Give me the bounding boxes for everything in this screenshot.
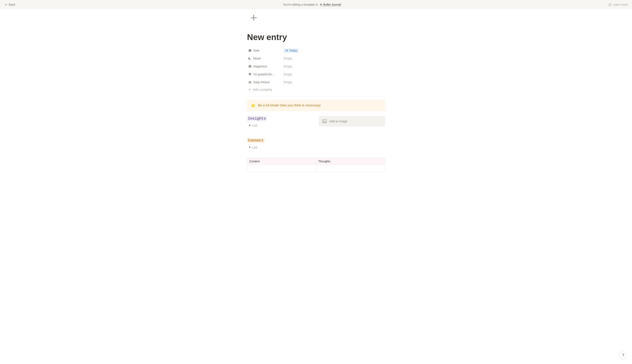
svg-rect-11	[323, 120, 326, 123]
calendar-icon	[248, 49, 252, 52]
page-title[interactable]: New entry	[247, 32, 385, 42]
property-row-grateful: I'm grateful for… Empty	[247, 71, 385, 78]
property-row-happiness: Happiness Empty	[247, 63, 385, 70]
template-link[interactable]: Bullet Journal	[320, 3, 341, 6]
plus-small-icon	[248, 88, 251, 91]
svg-point-12	[324, 121, 324, 121]
svg-rect-4	[286, 50, 288, 52]
property-label-date[interactable]: Date	[247, 48, 283, 53]
bullet-icon: •	[249, 145, 250, 150]
camera-icon	[248, 80, 252, 84]
insights-header[interactable]: Insights	[247, 116, 267, 121]
table-block: Content Thoughts	[247, 158, 385, 172]
callout-block[interactable]: ⭐ Be a bit kinder than you think is nece…	[247, 100, 385, 111]
property-value-date[interactable]: Today	[283, 48, 300, 54]
svg-rect-10	[250, 81, 251, 82]
image-icon	[322, 119, 327, 124]
date-pill: Today	[284, 48, 299, 52]
list-item[interactable]: • List	[247, 123, 313, 128]
question-mark-icon: ?	[622, 353, 624, 357]
learn-more-label: Learn more	[613, 3, 628, 6]
page-icon-add[interactable]: +	[246, 10, 261, 25]
property-row-mood: Mood Empty	[247, 55, 385, 62]
svg-point-0	[609, 3, 611, 6]
table-cell[interactable]	[247, 165, 316, 172]
property-label-picture[interactable]: Daily Picture	[247, 80, 283, 85]
divider	[247, 96, 385, 96]
list-item[interactable]: • List	[247, 145, 313, 150]
back-label: Back	[9, 3, 15, 6]
property-label-mood[interactable]: Mood	[247, 56, 283, 61]
left-column: Insights • List Connect • List	[247, 116, 313, 150]
property-value-mood[interactable]: Empty	[283, 56, 293, 61]
plus-large-icon: +	[250, 12, 257, 24]
add-image-block[interactable]: Add an image	[319, 116, 385, 126]
plus-icon	[320, 3, 322, 6]
callout-text: Be a bit kinder than you think is necess…	[258, 104, 321, 107]
property-row-picture: Daily Picture Empty	[247, 79, 385, 86]
property-label-happiness[interactable]: Happiness	[247, 64, 283, 69]
learn-more-button[interactable]: Learn more	[608, 3, 628, 6]
star-icon: ⭐	[251, 103, 255, 108]
add-property-button[interactable]: Add a property	[247, 86, 385, 92]
table-header-row: Content Thoughts	[247, 158, 385, 165]
property-row-date: Date Today	[247, 47, 385, 54]
help-button[interactable]: ?	[619, 352, 627, 359]
back-button[interactable]: Back	[4, 3, 15, 6]
svg-point-7	[250, 66, 251, 66]
connect-header[interactable]: Connect	[247, 138, 265, 143]
help-circle-icon	[608, 3, 611, 6]
moon-icon	[248, 57, 252, 60]
table-row	[247, 165, 385, 172]
property-label-grateful[interactable]: I'm grateful for…	[247, 72, 283, 77]
template-info: You're editing a template in Bullet Jour…	[283, 3, 341, 6]
editing-prefix: You're editing a template in	[283, 3, 318, 6]
table-header-thoughts[interactable]: Thoughts	[316, 158, 385, 165]
svg-point-1	[610, 5, 610, 6]
svg-point-6	[249, 66, 250, 66]
property-value-grateful[interactable]: Empty	[283, 72, 293, 77]
main-content: + New entry Date Today Mood Empty	[243, 10, 389, 172]
property-value-picture[interactable]: Empty	[283, 80, 293, 85]
bullet-icon: •	[249, 123, 250, 128]
svg-rect-3	[249, 50, 251, 50]
table-header-content[interactable]: Content	[247, 158, 316, 165]
property-value-happiness[interactable]: Empty	[283, 64, 293, 69]
properties-list: Date Today Mood Empty Happiness Empty	[247, 47, 385, 92]
arrow-left-icon	[4, 3, 8, 6]
heart-icon	[248, 73, 252, 76]
two-column-layout: Insights • List Connect • List Add an im…	[247, 116, 385, 150]
today-icon	[286, 49, 288, 52]
smile-icon	[248, 65, 252, 68]
template-name: Bullet Journal	[323, 3, 341, 6]
svg-point-5	[249, 65, 251, 68]
right-column: Add an image	[319, 116, 385, 150]
table-cell[interactable]	[316, 165, 385, 172]
svg-point-9	[250, 82, 251, 83]
top-bar: Back You're editing a template in Bullet…	[0, 0, 632, 9]
